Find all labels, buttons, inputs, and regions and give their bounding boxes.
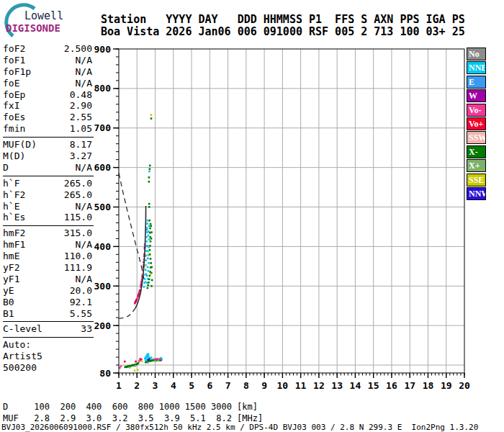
legend-item-nnw: NNW — [467, 187, 486, 200]
echo-dot — [148, 238, 150, 240]
x-axis-tick-label: 19 — [441, 380, 452, 391]
x-axis-tick-label: 14 — [350, 380, 361, 391]
y-axis-tick-label: 300 — [94, 281, 112, 292]
echo-dot — [138, 295, 140, 297]
echo-dot — [148, 262, 150, 264]
legend-item-sse: SSE — [467, 174, 486, 186]
echo-dot — [149, 165, 151, 167]
y-axis-tick-label: 80 — [99, 368, 111, 379]
echo-dot — [147, 361, 149, 364]
echo-dot — [145, 358, 148, 360]
x-axis-tick-label: 6 — [207, 380, 212, 391]
echo-dot — [147, 287, 149, 289]
echo-dot — [148, 282, 150, 284]
echo-dot — [148, 279, 150, 281]
echo-dot — [148, 181, 150, 183]
echo-dot — [149, 249, 151, 251]
echo-dot — [150, 238, 153, 240]
legend-item-noval: No Val — [467, 48, 486, 60]
echo-dot — [150, 273, 152, 275]
d-distance-row: D 100 200 400 600 800 1000 1500 3000 [km… — [3, 401, 263, 413]
x-axis-tick-label: 5 — [189, 380, 194, 391]
echo-dot — [149, 275, 151, 277]
echo-dot — [149, 228, 151, 230]
legend-item-w: W — [467, 89, 486, 102]
echo-dot — [143, 286, 145, 288]
echo-dot — [145, 255, 148, 257]
dmuf-table: D 100 200 400 600 800 1000 1500 3000 [km… — [3, 401, 263, 424]
y-axis-tick-label: 900 — [94, 44, 112, 55]
echo-dot — [150, 231, 153, 233]
echo-dot — [145, 259, 147, 261]
legend-item-nne: NNE — [467, 61, 486, 74]
file-info-text: BVJ03_2026006091000.RSF / 380fx512h 50 k… — [1, 423, 478, 432]
legend-item-ssw: SSW — [467, 131, 486, 144]
echo-dot — [150, 258, 152, 260]
y-axis-tick-label: 800 — [94, 83, 112, 94]
echo-dot — [146, 227, 148, 229]
echo-dot — [138, 362, 140, 364]
legend-item-x: X+ — [467, 159, 486, 172]
x-axis-tick-label: 3 — [153, 380, 158, 391]
echo-dot — [138, 293, 140, 295]
echo-dot — [149, 168, 151, 171]
x-axis-tick-label: 1 — [116, 380, 122, 391]
x-axis-tick-label: 13 — [331, 380, 343, 391]
echo-dot — [148, 176, 150, 179]
echo-dot — [146, 222, 148, 225]
echo-dot — [147, 253, 149, 256]
echo-dot — [148, 206, 150, 208]
echo-dot — [145, 269, 147, 271]
echo-dot — [161, 358, 163, 360]
echo-dot — [141, 360, 143, 362]
echo-dot — [145, 250, 148, 252]
echo-dot — [148, 359, 150, 361]
y-axis-tick-label: 600 — [94, 162, 112, 173]
echo-dot — [150, 117, 153, 120]
echo-dot — [150, 225, 152, 228]
echo-dot — [146, 275, 148, 277]
echo-dot — [150, 114, 153, 116]
x-axis-tick-label: 9 — [261, 380, 267, 391]
echo-dot — [149, 253, 151, 256]
legend-item-x: X- — [467, 145, 486, 158]
echo-dot — [147, 284, 149, 287]
legend-item-vo: Vo+ — [467, 117, 486, 130]
x-axis-tick-label: 17 — [404, 380, 415, 391]
x-axis-tick-label: 7 — [225, 380, 231, 391]
x-axis-tick-label: 4 — [171, 380, 176, 391]
profile-extension-dashed — [120, 309, 135, 319]
echo-dot — [151, 279, 153, 282]
echo-dot — [147, 258, 149, 260]
echo-dot — [145, 282, 147, 284]
direction-color-legend: No ValNNEEWVo-Vo+SSWX-X+SSENNW — [467, 48, 486, 201]
file-info-line: BVJ03_2026006091000.RSF / 380fx512h 50 k… — [1, 423, 478, 432]
echo-dot — [124, 361, 126, 363]
x-axis-tick-label: 20 — [459, 380, 470, 391]
echo-dot — [150, 223, 152, 225]
x-axis-tick-label: 12 — [313, 380, 325, 391]
y-axis-tick-label: 700 — [94, 122, 112, 133]
echo-dot — [135, 361, 137, 363]
echo-dot — [153, 359, 156, 361]
echo-dot — [147, 245, 149, 247]
x-axis-tick-label: 10 — [277, 380, 289, 391]
echo-dot — [147, 220, 149, 222]
echo-dot — [149, 232, 151, 234]
echo-dot — [148, 353, 150, 355]
echo-dot — [150, 356, 153, 359]
y-axis-tick-label: 400 — [94, 241, 112, 252]
echo-dot — [137, 369, 139, 371]
echo-dot — [156, 358, 158, 360]
echo-dot — [149, 245, 151, 247]
echo-dot — [147, 251, 149, 253]
y-axis-tick-label: 500 — [94, 202, 112, 212]
x-axis-tick-label: 18 — [423, 380, 434, 391]
legend-item-vo: Vo- — [467, 104, 486, 117]
plot-border — [119, 49, 464, 373]
echo-dot — [154, 360, 156, 362]
echo-dot — [148, 225, 150, 228]
x-axis-tick-label: 15 — [368, 380, 379, 391]
echo-dot — [145, 240, 148, 243]
echo-dot — [148, 220, 150, 222]
